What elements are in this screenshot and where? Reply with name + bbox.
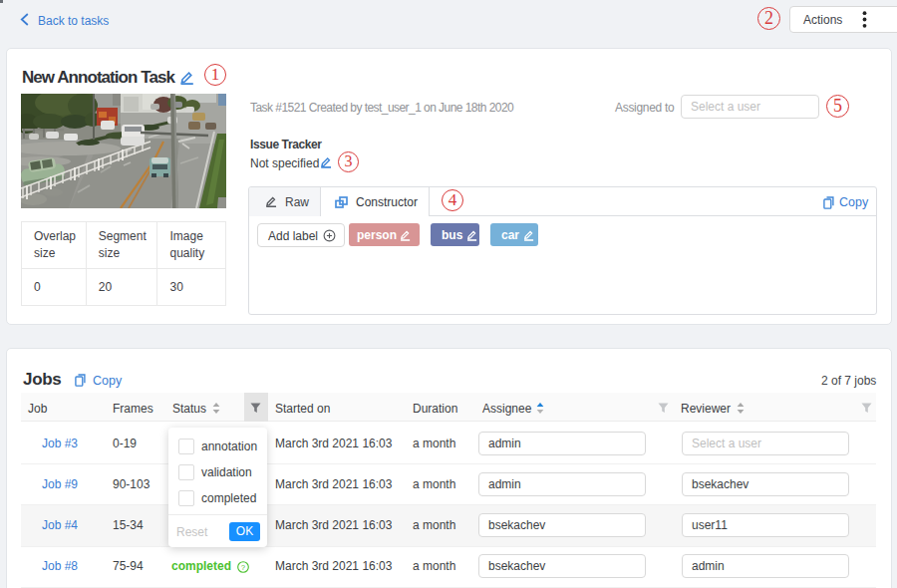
svg-text:?: ?: [241, 563, 245, 572]
